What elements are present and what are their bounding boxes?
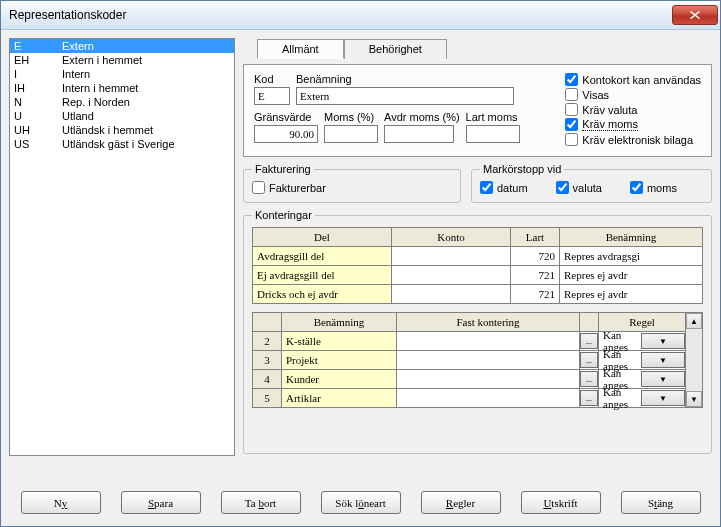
benamning-input[interactable] [296, 87, 514, 105]
markorstopp-group: Markörstopp vid datum valuta moms [471, 163, 712, 203]
close-icon [690, 11, 700, 19]
kontokort-checkbox[interactable]: Kontokort kan användas [565, 73, 701, 86]
kod-label: Kod [254, 73, 290, 85]
table-row[interactable]: 5Artiklar...Kan anges▼ [253, 389, 686, 408]
table-row[interactable]: Avdragsgill del720Repres avdragsgi [253, 247, 703, 266]
table-row[interactable]: Ej avdragsgill del721Repres ej avdr [253, 266, 703, 285]
chevron-down-icon[interactable]: ▼ [641, 352, 685, 368]
moms-input[interactable] [324, 125, 378, 143]
valuta-checkbox[interactable]: valuta [556, 181, 602, 194]
gransvarde-input[interactable] [254, 125, 318, 143]
scroll-down-icon[interactable]: ▼ [686, 391, 702, 407]
ellipsis-button[interactable]: ... [580, 352, 598, 368]
titlebar: Representationskoder [1, 1, 720, 30]
kravbilaga-checkbox[interactable]: Kräv elektronisk bilaga [565, 133, 701, 146]
kod-input[interactable] [254, 87, 290, 105]
avdrmoms-input[interactable] [384, 125, 454, 143]
stang-button[interactable]: Stäng [621, 491, 701, 514]
benamning-label: Benämning [296, 73, 514, 85]
scroll-up-icon[interactable]: ▲ [686, 313, 702, 329]
utskrift-button[interactable]: Utskrift [521, 491, 601, 514]
window-title: Representationskoder [9, 8, 672, 22]
tab-general[interactable]: Allmänt [257, 39, 344, 59]
list-item[interactable]: USUtländsk gäst i Sverige [10, 137, 234, 151]
gransvarde-label: Gränsvärde [254, 111, 318, 123]
fakturering-legend: Fakturering [252, 163, 314, 175]
close-button[interactable] [672, 5, 718, 25]
chevron-down-icon[interactable]: ▼ [641, 333, 685, 349]
avdrmoms-label: Avdr moms (%) [384, 111, 460, 123]
list-item[interactable]: EHExtern i hemmet [10, 53, 234, 67]
konteringar-group: Konteringar Del Konto Lart Benämning Avd… [243, 209, 712, 454]
general-panel: Kod Benämning Gränsvärde [243, 64, 712, 157]
list-item[interactable]: UHUtländsk i hemmet [10, 123, 234, 137]
datum-checkbox[interactable]: datum [480, 181, 528, 194]
regler-button[interactable]: Regler [421, 491, 501, 514]
moms-label: Moms (%) [324, 111, 378, 123]
ny-button[interactable]: Ny [21, 491, 101, 514]
tabort-button[interactable]: Ta bort [221, 491, 301, 514]
sokloneart-button[interactable]: Sök löneart [321, 491, 401, 514]
chevron-down-icon[interactable]: ▼ [641, 390, 685, 406]
ellipsis-button[interactable]: ... [580, 333, 598, 349]
fakturerbar-checkbox[interactable]: Fakturerbar [252, 181, 452, 194]
chevron-down-icon[interactable]: ▼ [641, 371, 685, 387]
list-item[interactable]: EExtern [10, 39, 234, 53]
button-bar: Ny Spara Ta bort Sök löneart Regler Utsk… [1, 481, 720, 526]
ellipsis-button[interactable]: ... [580, 371, 598, 387]
table2-scrollbar[interactable]: ▲ ▼ [686, 312, 703, 408]
lartmoms-label: Lart moms [466, 111, 520, 123]
spara-button[interactable]: Spara [121, 491, 201, 514]
code-list[interactable]: EExternEHExtern i hemmetIInternIHIntern … [9, 38, 235, 456]
lartmoms-input[interactable] [466, 125, 520, 143]
visas-checkbox[interactable]: Visas [565, 88, 701, 101]
list-item[interactable]: IIntern [10, 67, 234, 81]
markorstopp-legend: Markörstopp vid [480, 163, 564, 175]
list-item[interactable]: IHIntern i hemmet [10, 81, 234, 95]
ellipsis-button[interactable]: ... [580, 390, 598, 406]
fakturering-group: Fakturering Fakturerbar [243, 163, 461, 203]
list-item[interactable]: UUtland [10, 109, 234, 123]
table-row[interactable]: Dricks och ej avdr721Repres ej avdr [253, 285, 703, 304]
kravmoms-checkbox[interactable]: Kräv moms [565, 118, 701, 131]
konteringar-legend: Konteringar [252, 209, 315, 221]
moms-checkbox[interactable]: moms [630, 181, 677, 194]
list-item[interactable]: NRep. i Norden [10, 95, 234, 109]
dialog-window: Representationskoder EExternEHExtern i h… [0, 0, 721, 527]
konteringar-table1[interactable]: Del Konto Lart Benämning Avdragsgill del… [252, 227, 703, 304]
kravvaluta-checkbox[interactable]: Kräv valuta [565, 103, 701, 116]
konteringar-table2[interactable]: Benämning Fast kontering Regel 2K-ställe… [252, 312, 686, 408]
tab-auth[interactable]: Behörighet [344, 39, 447, 59]
